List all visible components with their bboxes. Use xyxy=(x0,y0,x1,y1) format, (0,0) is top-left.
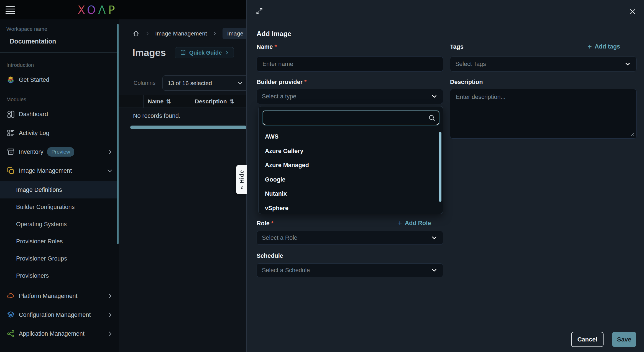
chevron-down-icon xyxy=(431,267,438,274)
sidebar-item-label: Inventory xyxy=(19,149,43,155)
sidebar-scrollbar[interactable] xyxy=(117,24,119,244)
modal-footer: Cancel Save xyxy=(571,332,636,347)
add-tags-button[interactable]: + Add tags xyxy=(587,42,620,51)
sidebar-item-image-management[interactable]: Image Management xyxy=(0,164,119,178)
provider-search-input[interactable] xyxy=(263,111,439,125)
builder-provider-select[interactable]: Select a type xyxy=(257,89,443,104)
chevron-right-icon xyxy=(224,50,229,55)
sidebar-item-configuration-management[interactable]: Configuration Management xyxy=(0,308,119,322)
sidebar-divider xyxy=(0,52,119,53)
breadcrumb-separator-icon xyxy=(145,31,150,36)
breadcrumb-image-management[interactable]: Image Management xyxy=(155,30,207,37)
role-select[interactable]: Select a Role xyxy=(257,231,443,245)
columns-label: Columns xyxy=(134,80,155,86)
sidebar-item-label: Application Management xyxy=(19,330,85,337)
checkbox-column-header[interactable] xyxy=(119,95,144,108)
expand-icon[interactable] xyxy=(254,6,265,17)
chevron-right-icon xyxy=(107,331,113,337)
page-title: Images xyxy=(132,47,166,58)
double-chevron-icon: » xyxy=(238,186,245,189)
hamburger-menu-icon[interactable] xyxy=(6,4,20,16)
sort-icon: ⇅ xyxy=(166,98,171,105)
breadcrumb-separator-icon xyxy=(213,31,217,36)
quick-guide-button[interactable]: Quick Guide xyxy=(175,47,234,58)
sidebar-item-label: Activity Log xyxy=(19,130,49,137)
provider-option-nutanix[interactable]: Nutanix xyxy=(259,187,443,201)
breadcrumb-current-page[interactable]: Image xyxy=(223,28,248,39)
sidebar-item-label: Configuration Management xyxy=(19,312,91,318)
chevron-down-icon xyxy=(431,93,438,100)
sidebar-item-inventory[interactable]: InventoryPreview xyxy=(0,145,119,159)
hide-panel-tab[interactable]: » Hide xyxy=(236,165,247,194)
sidebar-subitem-provisioners[interactable]: Provisioners xyxy=(0,267,119,284)
configuration-management-icon xyxy=(6,311,15,319)
provider-option-azure-managed[interactable]: Azure Managed xyxy=(259,158,443,173)
column-header-description[interactable]: Description⇅ xyxy=(195,98,234,105)
builder-provider-label: Builder provider* xyxy=(257,79,306,86)
sidebar-subitem-operating-systems[interactable]: Operating Systems xyxy=(0,216,119,233)
sidebar-item-label: Platform Management xyxy=(19,293,78,300)
table-horizontal-scrollbar[interactable] xyxy=(130,126,247,129)
sidebar-item-label: Get Started xyxy=(19,76,49,83)
chevron-right-icon xyxy=(107,149,113,155)
workspace-name-value: Documentation xyxy=(10,38,119,45)
chevron-right-icon xyxy=(107,312,113,318)
cancel-button[interactable]: Cancel xyxy=(571,332,604,347)
sidebar-item-activity-log[interactable]: Activity Log xyxy=(0,126,119,140)
sidebar-item-dashboard[interactable]: Dashboard xyxy=(0,107,119,121)
chevron-down-icon xyxy=(624,60,631,68)
name-input[interactable] xyxy=(257,57,443,72)
chevron-down-icon xyxy=(431,234,438,241)
provider-option-vsphere[interactable]: vSphere xyxy=(259,201,443,216)
save-button[interactable]: Save xyxy=(612,332,636,347)
get-started-icon xyxy=(6,76,15,84)
add-image-modal: » Hide Add Image Name* Builder provider*… xyxy=(246,0,644,352)
book-icon xyxy=(180,49,186,56)
role-label: Role* xyxy=(257,220,274,227)
modal-footer-divider xyxy=(247,325,644,325)
sidebar-nav: IntroductionGet StartedModulesDashboardA… xyxy=(0,62,119,341)
platform-management-icon xyxy=(6,292,15,300)
preview-badge: Preview xyxy=(47,147,74,157)
sidebar-subitem-builder-configurations[interactable]: Builder Configurations xyxy=(0,198,119,216)
sidebar-item-get-started[interactable]: Get Started xyxy=(0,73,119,87)
tags-select[interactable]: Select Tags xyxy=(450,57,637,72)
sidebar-item-application-management[interactable]: Application Management xyxy=(0,327,119,341)
add-role-button[interactable]: + Add Role xyxy=(398,219,431,228)
search-icon xyxy=(428,114,436,122)
description-textarea[interactable] xyxy=(450,89,637,139)
provider-option-aws[interactable]: AWS xyxy=(259,130,443,144)
sidebar-section-label: Introduction xyxy=(6,62,119,68)
dashboard-icon xyxy=(6,110,15,119)
sidebar-item-label: Dashboard xyxy=(19,111,48,118)
schedule-select[interactable]: Select a Schedule xyxy=(257,263,443,277)
inventory-icon xyxy=(6,148,15,156)
workspace-name-label: Workspace name xyxy=(6,26,119,32)
close-icon[interactable] xyxy=(627,6,638,17)
provider-option-google[interactable]: Google xyxy=(259,173,443,187)
name-label: Name* xyxy=(257,44,277,50)
home-icon[interactable] xyxy=(132,30,140,37)
chevron-down-icon xyxy=(237,80,244,86)
provider-option-azure-gallery[interactable]: Azure Gallery xyxy=(259,144,443,159)
sidebar-subitem-image-definitions[interactable]: Image Definitions xyxy=(0,181,119,198)
chevron-down-icon xyxy=(106,167,113,174)
modal-header xyxy=(247,0,644,23)
app-screen: XOΛP Workspace name Documentation Introd… xyxy=(0,0,644,352)
sidebar-section-label: Modules xyxy=(6,96,119,103)
dropdown-scrollbar[interactable] xyxy=(439,132,441,202)
breadcrumb: Image Management Image xyxy=(132,28,248,39)
builder-provider-dropdown: AWSAzure GalleryAzure ManagedGoogleNutan… xyxy=(258,106,443,214)
hide-tab-label: Hide xyxy=(238,170,245,183)
application-management-icon xyxy=(6,330,15,338)
provider-options-list: AWSAzure GalleryAzure ManagedGoogleNutan… xyxy=(259,130,443,215)
sidebar-item-platform-management[interactable]: Platform Management xyxy=(0,289,119,303)
activity-log-icon xyxy=(6,129,15,137)
sidebar-submenu-image-management: Image DefinitionsBuilder ConfigurationsO… xyxy=(0,181,119,284)
columns-select[interactable]: 13 of 16 selected xyxy=(162,75,249,91)
image-management-icon xyxy=(6,167,15,175)
sidebar-subitem-provisioner-roles[interactable]: Provisioner Roles xyxy=(0,233,119,250)
plus-icon: + xyxy=(587,42,592,51)
sidebar-subitem-provisioner-groups[interactable]: Provisioner Groups xyxy=(0,250,119,267)
column-header-name[interactable]: Name⇅ xyxy=(148,98,195,105)
